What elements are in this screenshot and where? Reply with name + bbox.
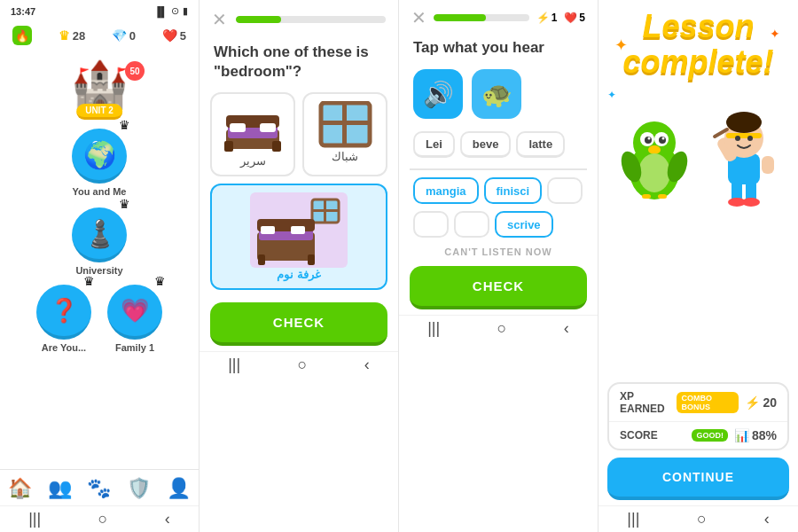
- unit-badge: UNIT 2: [76, 104, 122, 120]
- lightning-icon: ⚡: [536, 12, 550, 24]
- answer-slot-scrive[interactable]: scrive: [495, 211, 553, 238]
- svg-point-29: [648, 145, 661, 154]
- tap-xp-stat: ⚡ 1: [536, 12, 558, 24]
- android-home-btn-4[interactable]: ○: [697, 510, 707, 528]
- android-home-btn[interactable]: ○: [98, 510, 108, 528]
- university-node[interactable]: ♟️ ♛ University: [72, 207, 127, 276]
- close-button[interactable]: ✕: [212, 11, 227, 28]
- answer-slot-mangia[interactable]: mangia: [413, 177, 479, 204]
- android-back-btn-3[interactable]: ‹: [564, 319, 569, 338]
- mascot-nav-icon[interactable]: 🐾: [87, 477, 111, 500]
- family-one-button[interactable]: 💗 ♛: [107, 285, 162, 340]
- android-menu-btn-4[interactable]: |||: [627, 510, 639, 528]
- answer-slot-finisci[interactable]: finisci: [484, 177, 543, 204]
- home-nav-icon[interactable]: 🏠: [8, 477, 32, 500]
- svg-point-46: [747, 136, 753, 141]
- turtle-icon: 🐢: [481, 80, 512, 109]
- svg-rect-6: [272, 141, 281, 152]
- combo-bonus-badge: COMBO BONUS: [677, 392, 739, 413]
- lesson-complete-title: Lesson complete!: [622, 9, 773, 79]
- profile-nav-icon[interactable]: 👤: [167, 477, 191, 500]
- svg-rect-20: [308, 254, 315, 265]
- chess-icon: ♟️: [83, 218, 116, 249]
- audio-buttons: 🔊 🐢: [399, 62, 598, 126]
- android-back-btn-4[interactable]: ‹: [764, 510, 770, 528]
- android-menu-btn[interactable]: |||: [28, 510, 41, 528]
- continue-button[interactable]: CONTINUE: [607, 458, 789, 500]
- svg-point-28: [661, 137, 664, 140]
- tap-heart-stat: ❤️ 5: [564, 12, 585, 24]
- you-and-me-button[interactable]: 🌍 ♛: [72, 129, 127, 184]
- lesson-complete-area: ✦ ✦ ✦ Lesson complete!: [598, 0, 798, 382]
- crown-badge2: ♛: [119, 197, 130, 211]
- answer-card-bedroom[interactable]: غرفة نوم: [210, 184, 387, 290]
- svg-point-38: [742, 198, 760, 207]
- battery-icon: ▮: [183, 5, 188, 17]
- android-back-btn[interactable]: ‹: [165, 510, 170, 528]
- answer-slot-empty2[interactable]: [413, 211, 449, 238]
- are-you-node[interactable]: ❓ ♛ Are You...: [36, 285, 91, 353]
- svg-rect-41: [762, 156, 774, 174]
- good-badge: GOOD!: [692, 429, 728, 442]
- svg-rect-32: [658, 194, 667, 199]
- word-chip-lei[interactable]: Lei: [413, 131, 455, 158]
- two-nodes-row: ❓ ♛ Are You... 💗 ♛ Family 1: [36, 285, 162, 353]
- audio-play-button[interactable]: 🔊: [413, 69, 463, 119]
- answer-card-bed[interactable]: سرير: [210, 92, 295, 176]
- family-one-node[interactable]: 💗 ♛ Family 1: [107, 285, 162, 353]
- crown-badge: ♛: [119, 118, 130, 132]
- university-button[interactable]: ♟️ ♛: [72, 207, 127, 262]
- tap-xp-count: 1: [552, 12, 558, 24]
- android-back-btn-2[interactable]: ‹: [364, 356, 370, 374]
- heart-count: 5: [180, 29, 186, 43]
- answer-slot-empty1[interactable]: [547, 177, 583, 204]
- crown-badge4: ♛: [154, 274, 166, 288]
- bottom-nav: 🏠 👥 🐾 🛡️ 👤: [0, 469, 199, 505]
- svg-point-30: [638, 153, 670, 192]
- audio-slow-button[interactable]: 🐢: [472, 69, 521, 119]
- kid-character: [712, 105, 778, 207]
- android-home-btn-2[interactable]: ○: [298, 356, 308, 374]
- gem-icon: 💎: [112, 28, 127, 43]
- answer-slot-empty3[interactable]: [454, 211, 489, 238]
- friends-nav-icon[interactable]: 👥: [48, 477, 72, 500]
- status-time: 13:47: [11, 6, 35, 17]
- tap-topbar: ✕ ⚡ 1 ❤️ 5: [399, 0, 598, 32]
- android-nav-2: ||| ○ ‹: [200, 351, 398, 378]
- answer-card-window[interactable]: شباك: [302, 92, 387, 176]
- score-row: SCORE GOOD! 📊 88%: [609, 422, 787, 449]
- android-home-btn-3[interactable]: ○: [497, 319, 507, 338]
- check-button[interactable]: CHECK: [210, 302, 387, 346]
- tap-heart-icon: ❤️: [564, 12, 577, 24]
- you-and-me-node[interactable]: 🌍 ♛ You and Me: [72, 129, 127, 197]
- shield-nav-icon[interactable]: 🛡️: [127, 477, 151, 500]
- tap-heart-count: 5: [579, 12, 585, 24]
- bed-arabic-label: سرير: [240, 154, 266, 168]
- svg-rect-5: [224, 141, 233, 152]
- tap-check-button[interactable]: CHECK: [410, 266, 587, 309]
- divider: [410, 168, 587, 170]
- tap-close-button[interactable]: ✕: [411, 9, 426, 27]
- progress-fill: [236, 16, 281, 23]
- streak-icon: 🔥: [12, 26, 32, 45]
- lesson-title-line2: complete!: [622, 43, 773, 80]
- android-menu-btn-3[interactable]: |||: [427, 319, 440, 338]
- wifi-icon: ⊙: [171, 5, 179, 17]
- cant-listen-label[interactable]: CAN'T LISTEN NOW: [399, 241, 598, 259]
- svg-rect-13: [324, 200, 326, 223]
- lesson-title-line1: Lesson: [642, 8, 754, 44]
- are-you-button[interactable]: ❓ ♛: [36, 285, 91, 340]
- duolingo-bird: [619, 109, 690, 207]
- word-chip-beve[interactable]: beve: [460, 131, 512, 158]
- castle-container: 🏰 UNIT 2 50: [42, 58, 157, 120]
- results-card: XP EARNED COMBO BONUS ⚡ 20 SCORE GOOD! 📊…: [607, 382, 789, 450]
- bed-illustration: [217, 101, 288, 154]
- android-menu-btn-2[interactable]: |||: [228, 356, 240, 374]
- svg-point-45: [735, 136, 740, 141]
- bedroom-arabic-label: غرفة نوم: [277, 268, 321, 281]
- heart-icon: ❤️: [162, 28, 177, 43]
- android-nav-4: ||| ○ ‹: [598, 505, 798, 532]
- progress-bar: [236, 16, 386, 23]
- word-chip-latte[interactable]: latte: [516, 131, 565, 158]
- are-you-label: Are You...: [42, 342, 86, 353]
